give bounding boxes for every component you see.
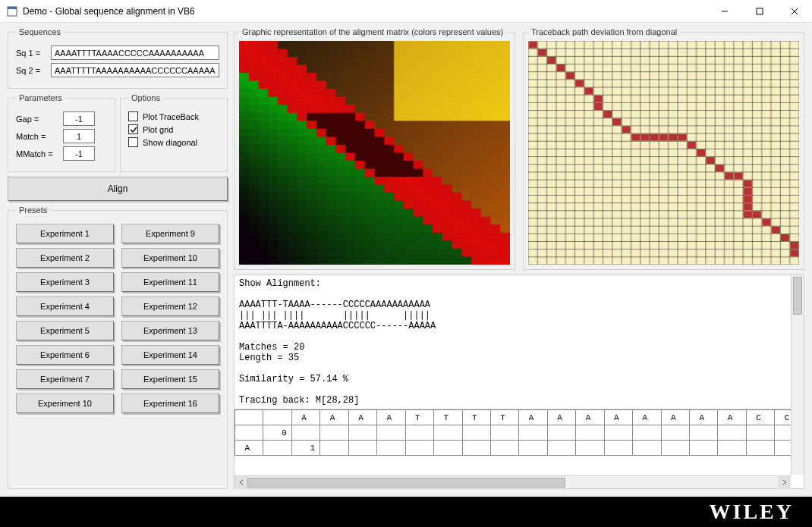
- plot-traceback-checkbox[interactable]: [128, 111, 138, 121]
- parameters-legend: Parameters: [16, 93, 65, 102]
- sq2-input[interactable]: [51, 63, 219, 77]
- sq1-label: Sq 1 =: [16, 49, 46, 58]
- svg-rect-3: [757, 8, 763, 14]
- output-area: Show Alignment: AAAATTT-TAAAA------CCCCC…: [234, 274, 804, 489]
- presets-legend: Presets: [16, 205, 50, 215]
- dp-matrix-table: AAAATTTTAAAAAAAACC0A1: [234, 409, 804, 456]
- matrix-heatmap: [239, 41, 510, 265]
- preset-button[interactable]: Experiment 7: [16, 369, 114, 389]
- preset-button[interactable]: Experiment 15: [121, 369, 219, 389]
- preset-button[interactable]: Experiment 12: [121, 296, 219, 316]
- footer-brand: WILEY: [0, 497, 812, 527]
- hscroll-left-button[interactable]: [234, 476, 247, 489]
- preset-button[interactable]: Experiment 6: [16, 345, 114, 365]
- horizontal-scrollbar[interactable]: [234, 475, 791, 488]
- hscroll-right-button[interactable]: [778, 476, 791, 489]
- options-legend: Options: [128, 93, 163, 102]
- vscroll-thumb[interactable]: [793, 277, 802, 315]
- sequences-group: Sequences Sq 1 = Sq 2 =: [8, 27, 228, 89]
- options-group: Options Plot TraceBack Plot grid Show di…: [120, 93, 228, 172]
- match-input[interactable]: [63, 129, 95, 143]
- form-icon: [6, 5, 18, 17]
- align-button[interactable]: Align: [8, 177, 228, 201]
- preset-button[interactable]: Experiment 2: [16, 248, 114, 268]
- maximize-button[interactable]: [742, 0, 777, 23]
- output-text: Show Alignment: AAAATTT-TAAAA------CCCCC…: [234, 275, 804, 409]
- vertical-scrollbar[interactable]: [791, 275, 804, 475]
- preset-button[interactable]: Experiment 1: [16, 224, 114, 243]
- traceback-legend: Traceback path deviation from diagonal: [528, 27, 680, 36]
- preset-button[interactable]: Experiment 10: [121, 248, 219, 268]
- preset-button[interactable]: Experiment 5: [16, 321, 114, 340]
- presets-group: Presets Experiment 1Experiment 9Experime…: [8, 205, 228, 489]
- sq2-label: Sq 2 =: [16, 66, 46, 75]
- hscroll-thumb[interactable]: [247, 478, 565, 488]
- show-diagonal-label: Show diagonal: [143, 138, 197, 147]
- mmatch-input[interactable]: [63, 146, 95, 161]
- traceback-grid: [528, 41, 799, 265]
- plot-grid-label: Plot grid: [143, 125, 173, 134]
- titlebar: Demo - Global sequence alignment in VB6: [0, 0, 812, 23]
- preset-button[interactable]: Experiment 13: [121, 321, 219, 340]
- sequences-legend: Sequences: [16, 27, 64, 36]
- plot-traceback-label: Plot TraceBack: [143, 112, 199, 121]
- preset-button[interactable]: Experiment 11: [121, 272, 219, 292]
- preset-button[interactable]: Experiment 10: [16, 394, 114, 413]
- preset-button[interactable]: Experiment 9: [121, 224, 219, 243]
- parameters-group: Parameters Gap = Match = MMatch =: [8, 93, 115, 172]
- plot-grid-checkbox[interactable]: [128, 124, 138, 134]
- matrix-graphic-legend: Graphic representation of the aligment m…: [239, 27, 506, 36]
- close-button[interactable]: [777, 0, 812, 23]
- matrix-graphic-group: Graphic representation of the aligment m…: [234, 27, 515, 270]
- preset-button[interactable]: Experiment 4: [16, 296, 114, 316]
- preset-button[interactable]: Experiment 14: [121, 345, 219, 365]
- minimize-button[interactable]: [707, 0, 742, 23]
- gap-input[interactable]: [63, 111, 95, 126]
- preset-button[interactable]: Experiment 3: [16, 272, 114, 292]
- sq1-input[interactable]: [51, 45, 219, 60]
- gap-label: Gap =: [16, 114, 58, 124]
- match-label: Match =: [16, 132, 58, 141]
- svg-rect-1: [8, 7, 17, 9]
- preset-button[interactable]: Experiment 16: [121, 394, 219, 413]
- window-title: Demo - Global sequence alignment in VB6: [23, 6, 707, 17]
- traceback-graphic-group: Traceback path deviation from diagonal: [523, 27, 804, 270]
- show-diagonal-checkbox[interactable]: [128, 137, 138, 147]
- mmatch-label: MMatch =: [16, 149, 58, 158]
